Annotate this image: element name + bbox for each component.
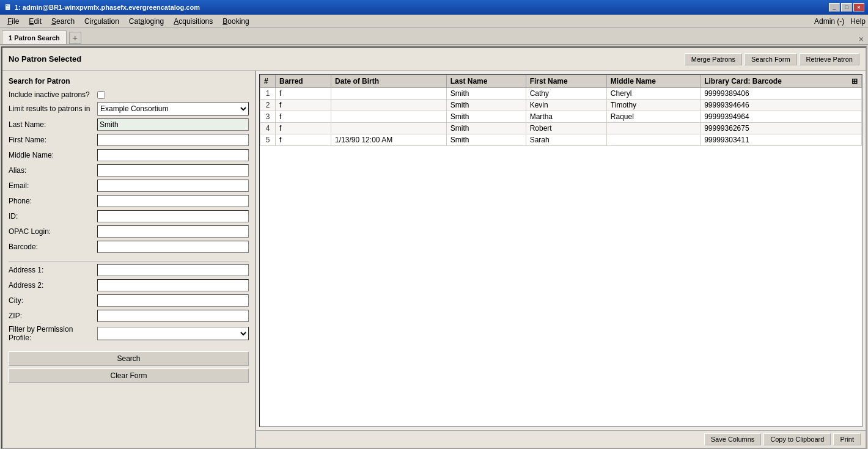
limit-row: Limit results to patrons in Example Cons… xyxy=(9,102,249,115)
cell-barcode: 99999303411 xyxy=(701,134,862,146)
inactive-checkbox[interactable] xyxy=(97,91,105,99)
bottom-bar: Save Columns Copy to Clipboard Print xyxy=(256,430,866,448)
cell-barcode: 99999394646 xyxy=(701,100,862,111)
email-input[interactable] xyxy=(97,180,249,192)
col-barcode[interactable]: Library Card: Barcode ⊞ xyxy=(701,75,862,88)
patron-status: No Patron Selected xyxy=(9,54,685,64)
table-row[interactable]: 4 f Smith Robert 99999362675 xyxy=(260,123,862,134)
window-controls[interactable]: _ □ × xyxy=(829,3,864,12)
search-form-title: Search for Patron xyxy=(9,77,249,86)
tab-label: 1 Patron Search xyxy=(9,34,60,42)
cell-dob xyxy=(331,111,447,123)
menu-booking[interactable]: Booking xyxy=(218,16,254,27)
id-label: ID: xyxy=(9,212,97,221)
cell-num: 2 xyxy=(260,100,276,111)
table-row[interactable]: 5 f 1/13/90 12:00 AM Smith Sarah 9999930… xyxy=(260,134,862,146)
clear-form-button[interactable]: Clear Form xyxy=(9,368,249,383)
cell-barcode: 99999394964 xyxy=(701,111,862,123)
close-button[interactable]: × xyxy=(853,3,864,12)
address2-input[interactable] xyxy=(97,279,249,291)
tab-patron-search[interactable]: 1 Patron Search xyxy=(2,31,67,44)
tab-add-button[interactable]: + xyxy=(69,32,81,44)
cell-first: Robert xyxy=(526,123,606,134)
cell-last: Smith xyxy=(446,111,526,123)
copy-clipboard-button[interactable]: Copy to Clipboard xyxy=(763,433,831,445)
cell-middle xyxy=(606,123,700,134)
col-last[interactable]: Last Name xyxy=(446,75,526,88)
limit-select[interactable]: Example Consortium xyxy=(97,102,249,115)
address1-input[interactable] xyxy=(97,264,249,276)
barcode-row: Barcode: xyxy=(9,241,249,253)
col-dob[interactable]: Date of Birth xyxy=(331,75,447,88)
inactive-label: Include inactive patrons? xyxy=(9,90,97,99)
cell-dob xyxy=(331,123,447,134)
last-name-input[interactable] xyxy=(97,119,249,131)
cell-num: 1 xyxy=(260,88,276,100)
city-input[interactable] xyxy=(97,294,249,307)
maximize-button[interactable]: □ xyxy=(841,3,852,12)
cell-middle: Cheryl xyxy=(606,88,700,100)
table-row[interactable]: 2 f Smith Kevin Timothy 99999394646 xyxy=(260,100,862,111)
minimize-button[interactable]: _ xyxy=(829,3,840,12)
menu-acquisitions[interactable]: Acquisitions xyxy=(169,16,218,27)
middle-name-row: Middle Name: xyxy=(9,149,249,161)
cell-barcode: 99999362675 xyxy=(701,123,862,134)
search-buttons: Search Clear Form xyxy=(9,351,249,383)
menu-search[interactable]: Search xyxy=(46,16,79,27)
alias-row: Alias: xyxy=(9,164,249,177)
table-row[interactable]: 1 f Smith Cathy Cheryl 99999389406 xyxy=(260,88,862,100)
cell-first: Kevin xyxy=(526,100,606,111)
main-content: No Patron Selected Merge Patrons Search … xyxy=(1,46,867,449)
menu-edit[interactable]: Edit xyxy=(24,16,46,27)
cell-dob: 1/13/90 12:00 AM xyxy=(331,134,447,146)
save-columns-button[interactable]: Save Columns xyxy=(704,433,762,445)
first-name-row: First Name: xyxy=(9,134,249,146)
cell-barred: f xyxy=(276,88,331,100)
zip-row: ZIP: xyxy=(9,310,249,322)
merge-patrons-button[interactable]: Merge Patrons xyxy=(685,53,742,65)
tab-bar-close[interactable]: × xyxy=(856,34,866,44)
col-num: # xyxy=(260,75,276,88)
opac-row: OPAC Login: xyxy=(9,225,249,238)
admin-label[interactable]: Admin (-) xyxy=(814,17,844,26)
search-button[interactable]: Search xyxy=(9,351,249,366)
print-button[interactable]: Print xyxy=(833,433,861,445)
table-row[interactable]: 3 f Smith Martha Raquel 99999394964 xyxy=(260,111,862,123)
id-input[interactable] xyxy=(97,210,249,222)
menu-circulation[interactable]: Circulation xyxy=(79,16,124,27)
permission-select[interactable] xyxy=(97,327,249,340)
zip-input[interactable] xyxy=(97,310,249,322)
cell-num: 3 xyxy=(260,111,276,123)
first-name-input[interactable] xyxy=(97,134,249,146)
cell-last: Smith xyxy=(446,134,526,146)
middle-name-input[interactable] xyxy=(97,149,249,161)
search-form-button[interactable]: Search Form xyxy=(745,53,797,65)
phone-input[interactable] xyxy=(97,195,249,207)
permission-label: Filter by Permission Profile: xyxy=(9,325,97,342)
help-label[interactable]: Help xyxy=(850,17,866,26)
last-name-row: Last Name: xyxy=(9,119,249,131)
title-text: 1: admin@BR1-winxpvmfx.phasefx.evergreen… xyxy=(15,4,829,11)
opac-label: OPAC Login: xyxy=(9,227,97,236)
barcode-input[interactable] xyxy=(97,241,249,253)
cell-first: Sarah xyxy=(526,134,606,146)
menu-cataloging[interactable]: Cataloging xyxy=(124,16,169,27)
email-label: Email: xyxy=(9,181,97,190)
menu-file[interactable]: File xyxy=(2,16,24,27)
col-first[interactable]: First Name xyxy=(526,75,606,88)
results-table-container[interactable]: # Barred Date of Birth Last Name First N… xyxy=(259,74,862,427)
opac-input[interactable] xyxy=(97,225,249,238)
admin-area: Admin (-) Help xyxy=(814,17,866,26)
results-table: # Barred Date of Birth Last Name First N… xyxy=(260,75,862,146)
cell-barred: f xyxy=(276,123,331,134)
alias-input[interactable] xyxy=(97,164,249,177)
city-label: City: xyxy=(9,296,97,305)
content-area: Search for Patron Include inactive patro… xyxy=(2,71,866,448)
col-barred[interactable]: Barred xyxy=(276,75,331,88)
retrieve-patron-button[interactable]: Retrieve Patron xyxy=(800,53,859,65)
address2-label: Address 2: xyxy=(9,281,97,290)
cell-num: 5 xyxy=(260,134,276,146)
col-middle[interactable]: Middle Name xyxy=(606,75,700,88)
cell-first: Martha xyxy=(526,111,606,123)
cell-num: 4 xyxy=(260,123,276,134)
